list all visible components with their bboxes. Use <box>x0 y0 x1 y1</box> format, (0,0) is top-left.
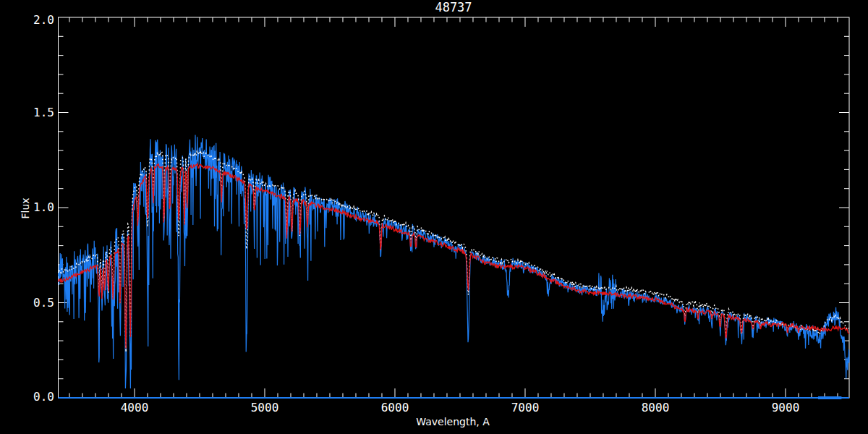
y-axis-label: Flux <box>20 197 31 218</box>
model-spectrum <box>59 164 850 349</box>
y-tick-label: 1.0 <box>33 200 54 214</box>
x-tick-label: 4000 <box>121 401 149 414</box>
x-tick-label: 8000 <box>642 401 670 414</box>
y-tick-label: 1.5 <box>33 106 54 119</box>
x-tick-label: 9000 <box>772 401 800 414</box>
spectrum-plot-window: 48737 Wavelength, A Flux 4000 5000 6000 … <box>0 0 868 434</box>
y-tick-label: 2.0 <box>33 13 54 27</box>
plot-title: 48737 <box>435 0 472 14</box>
spectrum-chart: 48737 Wavelength, A Flux 4000 5000 6000 … <box>0 0 868 434</box>
y-tick-label: 0.5 <box>33 296 54 310</box>
x-axis-label: Wavelength, A <box>416 416 490 427</box>
chart-layers <box>59 17 850 398</box>
x-tick-label: 7000 <box>511 401 540 414</box>
x-tick-label: 5000 <box>251 401 279 414</box>
y-tick-label: 0.0 <box>33 390 54 404</box>
x-tick-label: 6000 <box>381 401 409 414</box>
